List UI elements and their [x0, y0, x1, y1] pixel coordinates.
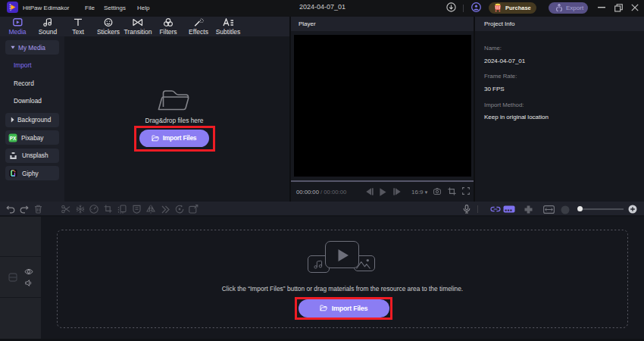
svg-text:PX: PX — [10, 135, 17, 140]
